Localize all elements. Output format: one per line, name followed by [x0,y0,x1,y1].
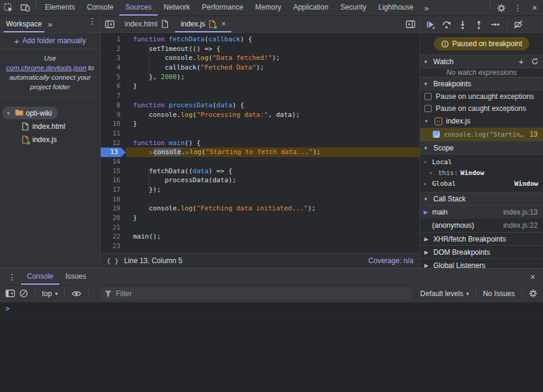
code-line-content[interactable]: main(); [126,232,420,242]
eye-create-live-expression-icon[interactable] [71,290,82,298]
code-line-content[interactable] [126,223,420,233]
step-into-icon[interactable] [455,17,470,32]
tab-workspace[interactable]: Workspace [4,16,44,32]
code-line-content[interactable]: }); [126,185,420,195]
navigator-menu-icon[interactable]: ⋮ [88,16,96,32]
tab-performance[interactable]: Performance [196,0,249,16]
code-line-2[interactable]: 2 setTimeout(() => { [101,44,420,54]
close-devtools-icon[interactable]: × [526,0,543,16]
code-line-content[interactable]: console.log("Fetching data initiated..."… [126,204,420,213]
code-line-4[interactable]: 4 callback("Fetched Data"); [101,63,420,73]
code-line-3[interactable]: 3 console.log("Data fetched!"); [101,53,420,63]
scope-row[interactable]: ▸GlobalWindow [420,178,543,189]
console-prompt-row[interactable]: > [0,302,543,315]
code-line-23[interactable]: 23 [101,242,420,251]
add-watch-icon[interactable]: + [518,56,524,67]
code-line-content[interactable]: } [126,213,420,223]
code-line-content[interactable] [126,242,420,251]
code-line-1[interactable]: 1function fetchData(callback) { [101,35,420,44]
line-number[interactable]: 17 [101,185,126,195]
line-number-execution[interactable]: 13 [101,147,126,157]
chevron-right-icon[interactable]: ▸ [424,181,430,186]
code-line-13[interactable]: 13 ▷console.▷log("Starting to fetch data… [101,147,420,157]
tree-folder-opti-wiki[interactable]: ▾opti-wiki [2,107,58,119]
section-xhr-fetch-breakpoints[interactable]: ▶XHR/fetch Breakpoints [420,232,543,245]
log-levels-dropdown[interactable]: Default levels ▾ [420,290,469,298]
code-line-content[interactable]: function processData(data) { [126,101,420,110]
step-out-icon[interactable] [472,17,486,32]
code-line-5[interactable]: 5 }, 2000); [101,73,420,82]
code-line-12[interactable]: 12function main() { [101,138,420,148]
section-call-stack[interactable]: ▾ Call Stack [420,192,543,206]
code-line-content[interactable] [126,129,420,138]
code-line-content[interactable]: } [126,82,420,91]
tab-elements[interactable]: Elements [39,0,81,16]
drawer-tab-issues[interactable]: Issues [59,269,92,285]
code-line-20[interactable]: 20} [101,213,420,223]
tab-lighthouse[interactable]: Lighthouse [372,0,420,16]
code-line-14[interactable]: 14 [101,157,420,167]
line-number[interactable]: 19 [101,204,126,213]
code-line-18[interactable]: 18 [101,195,420,204]
drawer-menu-icon[interactable]: ⋮ [5,269,19,285]
step-icon[interactable] [488,17,502,32]
checkbox[interactable] [424,93,432,100]
line-number[interactable]: 18 [101,195,126,204]
line-number[interactable]: 2 [101,44,126,54]
code-line-22[interactable]: 22main(); [101,232,420,242]
more-panels-icon[interactable]: » [420,0,433,16]
tree-file-index.js[interactable]: index.js [0,133,100,146]
devtools-json-link[interactable]: com.chrome.devtools.json [6,64,86,71]
line-number[interactable]: 22 [101,232,126,242]
line-number[interactable]: 7 [101,91,126,101]
close-tab-icon[interactable]: × [221,20,225,28]
code-line-content[interactable]: setTimeout(() => { [126,44,420,54]
scope-row[interactable]: ▾Local [420,156,543,167]
overflow-menu-icon[interactable]: ⋮ [509,0,526,16]
line-number[interactable]: 21 [101,223,126,233]
close-drawer-icon[interactable]: × [528,269,538,285]
code-line-17[interactable]: 17 }); [101,185,420,195]
breakpoint-position-marker-icon[interactable]: ▷ [149,149,153,155]
code-line-16[interactable]: 16 processData(data); [101,176,420,185]
code-line-6[interactable]: 6} [101,82,420,91]
code-line-9[interactable]: 9 console.log("Processing data:", data); [101,110,420,120]
device-toolbar-icon[interactable] [17,0,34,16]
code-line-11[interactable]: 11 [101,129,420,138]
line-number[interactable]: 1 [101,35,126,44]
tab-memory[interactable]: Memory [249,0,287,16]
refresh-watch-icon[interactable] [531,58,539,65]
tab-network[interactable]: Network [158,0,196,16]
show-debugger-sidebar-icon[interactable] [402,16,420,32]
code-line-15[interactable]: 15 fetchData((data) => { [101,167,420,176]
code-line-content[interactable] [126,195,420,204]
breakpoint-option[interactable]: Pause on caught exceptions [420,102,543,114]
call-stack-frame[interactable]: (anonymous)index.js:22 [420,219,543,232]
line-number[interactable]: 23 [101,242,126,251]
line-number[interactable]: 11 [101,129,126,138]
code-line-10[interactable]: 10} [101,119,420,129]
code-line-content[interactable]: fetchData((data) => { [126,167,420,176]
line-number[interactable]: 3 [101,53,126,63]
deactivate-breakpoints-icon[interactable] [511,17,526,32]
line-number[interactable]: 5 [101,73,126,82]
console-filter-input[interactable] [99,287,412,300]
section-breakpoints[interactable]: ▾ Breakpoints [420,77,543,91]
coverage-link[interactable]: Coverage: n/a [369,257,414,265]
clear-console-icon[interactable] [19,289,28,298]
section-global-listeners[interactable]: ▶Global Listeners [420,258,543,268]
line-number[interactable]: 10 [101,119,126,129]
drawer-tab-console[interactable]: Console [21,269,59,285]
console-settings-gear-icon[interactable] [529,289,538,298]
line-number[interactable]: 15 [101,167,126,176]
chevron-right-icon[interactable]: ▸ [430,170,436,176]
section-dom-breakpoints[interactable]: ▶DOM Breakpoints [420,245,543,258]
resume-script-icon[interactable] [423,17,438,32]
code-line-content[interactable]: callback("Fetched Data"); [126,63,420,73]
breakpoint-entry[interactable]: console.log("Startin…13 [420,128,543,141]
show-console-sidebar-icon[interactable] [5,290,15,297]
chevron-down-icon[interactable]: ▾ [424,159,430,165]
code-line-content[interactable]: console.log("Data fetched!"); [126,53,420,63]
code-line-content[interactable]: } [126,119,420,129]
code-line-content[interactable]: console.log("Processing data:", data); [126,110,420,120]
